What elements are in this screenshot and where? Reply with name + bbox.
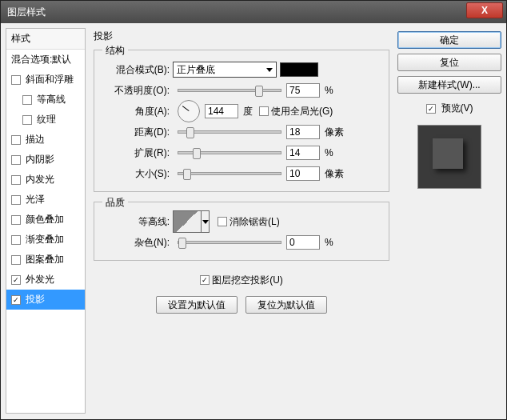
sidebar-item-checkbox[interactable]	[11, 235, 21, 245]
sidebar-item-3[interactable]: 描边	[6, 130, 85, 150]
spread-unit: %	[325, 147, 333, 158]
sidebar-item-7[interactable]: 颜色叠加	[6, 210, 85, 230]
size-label: 大小(S):	[101, 167, 173, 181]
knockout-checkbox[interactable]: ✓	[200, 275, 210, 285]
global-light-checkbox[interactable]	[259, 106, 269, 116]
sidebar-item-label: 渐变叠加	[26, 233, 64, 246]
sidebar-item-5[interactable]: 内发光	[6, 170, 85, 190]
quality-group: 品质 等高线: 消除锯齿(L) 杂色(N): %	[94, 202, 389, 261]
noise-slider[interactable]	[178, 241, 281, 244]
sidebar-item-1[interactable]: 等高线	[6, 90, 85, 110]
antialias-label: 消除锯齿(L)	[230, 215, 280, 229]
main-panel: 投影 结构 混合模式(B): 正片叠底 不透明度(O): %	[90, 28, 393, 414]
distance-input[interactable]	[286, 125, 320, 139]
contour-label: 等高线:	[101, 215, 173, 229]
distance-slider[interactable]	[178, 130, 281, 134]
new-style-button[interactable]: 新建样式(W)...	[397, 76, 501, 94]
sidebar-item-label: 颜色叠加	[26, 213, 64, 226]
blend-mode-label: 混合模式(B):	[101, 63, 173, 77]
global-light-label: 使用全局光(G)	[271, 105, 333, 118]
sidebar-item-label: 等高线	[37, 93, 66, 106]
angle-unit: 度	[243, 105, 253, 118]
contour-dropdown-button[interactable]	[202, 210, 210, 233]
distance-label: 距离(D):	[101, 126, 173, 139]
distance-unit: 像素	[325, 126, 344, 139]
blend-mode-dropdown[interactable]: 正片叠底	[173, 62, 277, 78]
sidebar-item-11[interactable]: ✓投影	[6, 290, 85, 310]
size-unit: 像素	[325, 167, 344, 181]
sidebar-item-2[interactable]: 纹理	[6, 110, 85, 130]
structure-legend: 结构	[102, 44, 128, 58]
noise-label: 杂色(N):	[101, 236, 173, 250]
chevron-down-icon	[266, 68, 273, 72]
sidebar-item-label: 描边	[26, 133, 45, 146]
opacity-unit: %	[325, 85, 333, 96]
sidebar-item-checkbox[interactable]	[11, 75, 21, 85]
sidebar-item-9[interactable]: 图案叠加	[6, 250, 85, 270]
sidebar-item-checkbox[interactable]: ✓	[11, 295, 21, 305]
angle-dial[interactable]	[178, 100, 200, 122]
spread-slider[interactable]	[178, 151, 281, 154]
noise-unit: %	[325, 237, 333, 248]
sidebar-header: 样式	[6, 29, 85, 50]
main-title: 投影	[90, 28, 393, 48]
sidebar-item-label: 投影	[26, 293, 45, 306]
shadow-color-swatch[interactable]	[280, 62, 318, 77]
close-button[interactable]: X	[466, 2, 503, 18]
opacity-label: 不透明度(O):	[101, 84, 173, 98]
preview-thumbnail	[417, 125, 481, 189]
ok-button[interactable]: 确定	[397, 31, 501, 49]
sidebar-item-checkbox[interactable]	[11, 195, 21, 205]
window-title: 图层样式	[7, 6, 46, 19]
sidebar-item-label: 外发光	[26, 273, 54, 286]
antialias-checkbox[interactable]	[218, 217, 227, 226]
opacity-slider[interactable]	[178, 89, 281, 92]
sidebar-item-label: 纹理	[37, 113, 56, 126]
size-slider[interactable]	[178, 172, 281, 175]
chevron-down-icon	[202, 220, 209, 224]
sidebar-item-label: 内发光	[26, 173, 54, 186]
sidebar-item-label: 图案叠加	[26, 253, 64, 266]
angle-input[interactable]	[205, 104, 238, 118]
preview-label: 预览(V)	[441, 102, 473, 115]
spread-input[interactable]	[286, 146, 320, 160]
opacity-input[interactable]	[286, 83, 320, 98]
noise-input[interactable]	[286, 235, 320, 250]
sidebar-item-checkbox[interactable]	[22, 95, 32, 105]
preview-checkbox[interactable]: ✓	[426, 104, 436, 114]
sidebar-item-label: 光泽	[26, 193, 45, 206]
sidebar-item-checkbox[interactable]: ✓	[11, 275, 21, 285]
sidebar-item-10[interactable]: ✓外发光	[6, 270, 85, 290]
contour-picker[interactable]	[173, 210, 202, 233]
sidebar-blending-options[interactable]: 混合选项:默认	[6, 50, 85, 70]
titlebar: 图层样式 X	[1, 1, 506, 23]
sidebar-item-checkbox[interactable]	[22, 115, 32, 125]
knockout-label: 图层挖空投影(U)	[212, 274, 283, 287]
size-input[interactable]	[286, 166, 320, 181]
sidebar-item-8[interactable]: 渐变叠加	[6, 230, 85, 250]
styles-sidebar: 样式 混合选项:默认 斜面和浮雕等高线纹理描边内阴影内发光光泽颜色叠加渐变叠加图…	[6, 28, 86, 414]
sidebar-item-0[interactable]: 斜面和浮雕	[6, 70, 85, 90]
sidebar-item-checkbox[interactable]	[11, 175, 21, 185]
quality-legend: 品质	[102, 196, 128, 210]
sidebar-item-label: 内阴影	[26, 153, 54, 166]
sidebar-item-label: 斜面和浮雕	[26, 73, 74, 86]
spread-label: 扩展(R):	[101, 146, 173, 160]
close-icon: X	[481, 5, 488, 16]
structure-group: 结构 混合模式(B): 正片叠底 不透明度(O): % 角度(A	[94, 50, 389, 192]
sidebar-item-checkbox[interactable]	[11, 255, 21, 265]
sidebar-item-4[interactable]: 内阴影	[6, 150, 85, 170]
sidebar-item-6[interactable]: 光泽	[6, 190, 85, 210]
reset-default-button[interactable]: 复位为默认值	[246, 296, 327, 314]
sidebar-item-checkbox[interactable]	[11, 155, 21, 165]
angle-label: 角度(A):	[101, 105, 173, 118]
cancel-button[interactable]: 复位	[397, 54, 501, 71]
sidebar-item-checkbox[interactable]	[11, 215, 21, 225]
right-column: 确定 复位 新建样式(W)... ✓ 预览(V)	[397, 28, 501, 414]
make-default-button[interactable]: 设置为默认值	[156, 296, 238, 314]
sidebar-item-checkbox[interactable]	[11, 135, 21, 145]
